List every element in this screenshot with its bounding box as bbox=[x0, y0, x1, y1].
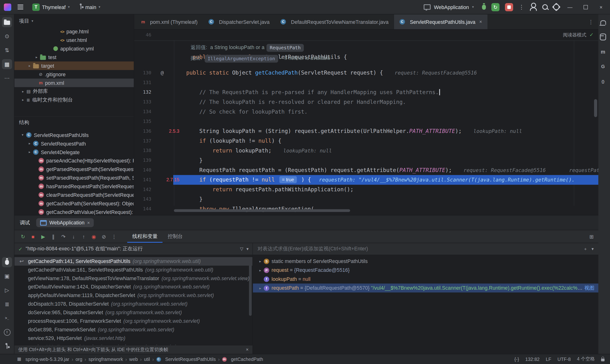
mute-breakpoints-button[interactable]: ⊘ bbox=[99, 232, 108, 241]
breadcrumb-item[interactable]: springframework bbox=[88, 356, 123, 362]
variable-row[interactable]: ▸Prequest = {RequestFacade@5516} bbox=[253, 266, 598, 275]
add-watch-icon[interactable]: ＋ bbox=[583, 246, 588, 252]
breadcrumb-item[interactable]: org bbox=[76, 356, 82, 362]
breadcrumb-item[interactable]: web bbox=[129, 356, 138, 362]
line-number[interactable]: 133 bbox=[134, 97, 151, 107]
horizontal-scrollbar[interactable] bbox=[174, 209, 350, 212]
breadcrumb-item[interactable]: mgetCachedPath bbox=[222, 356, 263, 362]
tree-item[interactable]: mhasParsedRequestPath(ServletRequest): b… bbox=[14, 182, 134, 191]
chevron-down-icon[interactable]: ▾ bbox=[591, 246, 594, 251]
tab-options-icon[interactable]: ⋮ bbox=[584, 14, 598, 29]
stop-button[interactable]: ■ bbox=[28, 232, 38, 241]
tree-item[interactable]: ▸test bbox=[14, 53, 134, 62]
stack-frame-row[interactable]: service:883, FrameworkServlet(org.spring… bbox=[14, 343, 252, 345]
line-separator[interactable]: LF bbox=[546, 356, 551, 362]
code-line[interactable]: 1362.5.3 String lookupPath = (String) re… bbox=[134, 127, 598, 136]
structure-icon[interactable]: ▦ bbox=[2, 59, 12, 69]
chevron-icon[interactable]: ▸ bbox=[26, 150, 33, 154]
line-number[interactable]: 130 bbox=[134, 68, 151, 78]
stop-button[interactable] bbox=[505, 3, 513, 11]
stack-frame-row[interactable]: getCachedPathValue:161, ServletRequestPa… bbox=[14, 266, 252, 274]
rerun-button[interactable]: ↻ bbox=[18, 232, 28, 241]
line-number[interactable]: 141 bbox=[134, 175, 151, 185]
editor-tab[interactable]: CDispatcherServlet.java bbox=[203, 14, 275, 29]
stack-frame-row[interactable]: getDefaultViewName:1424, DispatcherServl… bbox=[14, 283, 252, 291]
stack-frame-row[interactable]: service:529, HttpServlet(javax.servlet.h… bbox=[14, 334, 252, 343]
pull-requests-icon[interactable]: ⇅ bbox=[2, 45, 12, 55]
filter-funnel-icon[interactable]: ▽ bbox=[240, 246, 243, 251]
code-line[interactable]: 131 bbox=[134, 78, 598, 88]
line-number[interactable]: 144 bbox=[134, 204, 151, 214]
code-line[interactable]: 132 // The RequestPath is pre-parsed if … bbox=[134, 87, 598, 97]
variable-row[interactable]: flookupPath = null bbox=[253, 275, 598, 284]
close-icon[interactable]: × bbox=[479, 19, 482, 25]
more-icon[interactable]: ⋯ bbox=[2, 73, 12, 83]
minimize-button[interactable]: — bbox=[565, 2, 575, 12]
project-widget[interactable]: T Thymeleaf ▾ bbox=[29, 2, 72, 12]
view-link[interactable]: 视图 bbox=[584, 285, 594, 291]
structure-panel-header[interactable]: 结构 bbox=[14, 116, 134, 128]
line-number[interactable]: 134 bbox=[134, 107, 151, 117]
caret-position[interactable]: 132:82 bbox=[525, 356, 540, 362]
chevron-down-icon[interactable]: ▾ bbox=[247, 246, 248, 251]
code-line[interactable]: 133 // The lookupPath is re-resolved or … bbox=[134, 97, 598, 107]
tree-item[interactable]: <>user.html bbox=[14, 36, 134, 44]
breadcrumb-item[interactable]: ▦spring-web-5.3.29.jar bbox=[17, 356, 69, 362]
line-number[interactable]: 135 bbox=[134, 117, 151, 127]
commit-icon[interactable]: ⊙ bbox=[2, 31, 12, 41]
layers-icon[interactable]: ≣ bbox=[2, 299, 12, 309]
chevron-icon[interactable]: ▸ bbox=[20, 98, 26, 102]
run-config-widget[interactable]: WebApplication ▾ bbox=[421, 3, 477, 11]
stack-frame-row[interactable]: getViewName:178, DefaultRequestToViewNam… bbox=[14, 274, 252, 283]
line-number[interactable]: 137 bbox=[134, 136, 151, 146]
stack-frame-row[interactable]: doGet:898, FrameworkServlet(org.springfr… bbox=[14, 326, 252, 334]
settings-gear-icon[interactable] bbox=[553, 4, 559, 10]
tree-item[interactable]: ⊘.gitignore bbox=[14, 70, 134, 78]
tree-item[interactable]: mgetCachedPath(ServletRequest): Object bbox=[14, 199, 134, 208]
maximize-button[interactable] bbox=[581, 2, 590, 12]
evaluate-expression-bar[interactable]: 对表达式求值(Enter)或添加监视(Ctrl+Shift+Enter) ＋ ▾ bbox=[253, 243, 598, 255]
search-icon[interactable] bbox=[542, 4, 548, 10]
run-icon[interactable]: ▷ bbox=[2, 285, 12, 295]
inspections-ok-icon[interactable]: ✓ bbox=[589, 29, 594, 40]
tree-item[interactable]: msetParsedRequestPath(RequestPath, Servl… bbox=[14, 173, 134, 182]
code-line[interactable]: 138 return lookupPath;lookupPath: null bbox=[134, 146, 598, 156]
line-number[interactable]: 142 bbox=[134, 185, 151, 195]
reader-mode-label[interactable]: 阅读器模式 bbox=[563, 29, 586, 40]
line-number[interactable]: 140 bbox=[134, 165, 151, 175]
code-line[interactable]: 130@ public static Object getCachedPath(… bbox=[134, 68, 598, 78]
code-area[interactable]: 返回值: a String lookupPath or a RequestPat… bbox=[134, 40, 598, 215]
collaborate-user-icon[interactable] bbox=[530, 6, 537, 8]
readonly-lock-icon[interactable] bbox=[601, 359, 605, 361]
pause-button[interactable]: ∥ bbox=[49, 232, 58, 241]
line-number[interactable]: 138 bbox=[134, 146, 151, 156]
more-actions-icon[interactable]: ⋮ bbox=[519, 4, 524, 11]
vertical-scrollbar[interactable] bbox=[594, 99, 597, 117]
code-line[interactable]: 134 // So check for lookupPath first. bbox=[134, 107, 598, 117]
editor-tab[interactable]: CServletRequestPathUtils.java× bbox=[394, 14, 487, 29]
tree-item[interactable]: ▸target bbox=[14, 62, 134, 70]
close-icon[interactable]: × bbox=[246, 347, 248, 352]
chevron-icon[interactable]: ▸ bbox=[26, 64, 33, 68]
breadcrumb-item[interactable]: util bbox=[144, 356, 150, 362]
debug-session-icon[interactable] bbox=[482, 4, 486, 10]
debug-icon[interactable] bbox=[2, 257, 12, 267]
line-number[interactable]: 131 bbox=[134, 78, 151, 88]
tree-item[interactable]: application.yml bbox=[14, 44, 134, 53]
step-over-button[interactable]: ↷ bbox=[59, 232, 68, 241]
tree-item[interactable]: ▾CServletRequestPathUtils bbox=[14, 131, 134, 139]
debug-view-tab[interactable]: 控制台 bbox=[163, 230, 188, 243]
tree-item[interactable]: mgetCachedPathValue(ServletRequest): Str… bbox=[14, 208, 134, 215]
line-number[interactable]: 139 bbox=[134, 156, 151, 165]
chevron-icon[interactable]: ▸ bbox=[26, 142, 33, 145]
services-icon[interactable]: ▣ bbox=[2, 271, 12, 281]
stack-frame-row[interactable]: applyDefaultViewName:1119, DispatcherSer… bbox=[14, 291, 252, 300]
maven-icon[interactable]: m bbox=[598, 47, 608, 57]
tree-item[interactable]: mparseAndCache(HttpServletRequest): Requ bbox=[14, 156, 134, 165]
code-line[interactable]: 140 RequestPath requestPath = (RequestPa… bbox=[134, 165, 598, 175]
chevron-icon[interactable]: ▸ bbox=[257, 286, 264, 290]
editor-tab[interactable]: mpom.xml (Thymeleaf) bbox=[136, 14, 203, 29]
execution-point-line[interactable]: 1412.7.15 if (requestPath != null = true… bbox=[134, 175, 598, 185]
code-line[interactable]: 139 } bbox=[134, 156, 598, 165]
gradle-icon[interactable]: G bbox=[598, 62, 608, 71]
